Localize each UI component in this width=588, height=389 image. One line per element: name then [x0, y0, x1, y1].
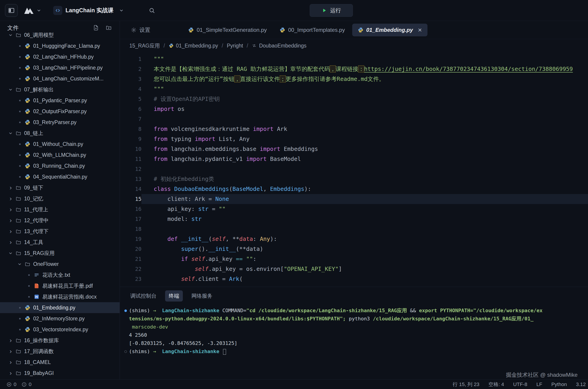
tab-01_SimpleTextGeneration.py[interactable]: 01_SimpleTextGeneration.py	[183, 24, 272, 36]
panel-tab-调试控制台[interactable]: 调试控制台	[127, 291, 160, 301]
tree-file-03_Running_Chain.py[interactable]: 03_Running_Chain.py	[0, 161, 120, 171]
terminal-text[interactable]: [-0.8203125, -0.84765625, -3.203125]	[129, 339, 588, 347]
code-line[interactable]: 6import os	[120, 104, 588, 114]
code-line[interactable]: 1"""	[120, 54, 588, 64]
code-line[interactable]: 14class DoubaoEmbeddings(BaseModel, Embe…	[120, 184, 588, 194]
terminal-text[interactable]: marscode-dev	[129, 323, 588, 331]
tree-folder-16_操作数据库[interactable]: ›16_操作数据库	[0, 335, 120, 346]
tree-folder-11_代理上[interactable]: ›11_代理上	[0, 204, 120, 215]
tree-file-花语大全.txt[interactable]: 花语大全.txt	[0, 269, 120, 280]
breadcrumb-item[interactable]: Pyright	[227, 43, 243, 49]
close-icon[interactable]: ×	[418, 27, 422, 33]
code-line[interactable]: 16 api_key: str = ""	[120, 204, 588, 214]
tree-file-02_OutputFixParser.py[interactable]: 02_OutputFixParser.py	[0, 106, 120, 117]
chevron-icon: ›	[7, 217, 15, 224]
tree-file-04_SequentialChain.py[interactable]: 04_SequentialChain.py	[0, 171, 120, 182]
code-line-content: from langchain.pydantic_v1 import BaseMo…	[141, 154, 588, 164]
tab-01_Embedding.py[interactable]: 01_Embedding.py×	[352, 24, 427, 36]
line-number: 14	[120, 184, 141, 194]
code-line[interactable]: 8from volcenginesdkarkruntime import Ark	[120, 124, 588, 134]
tree-file-01_Embedding.py[interactable]: 01_Embedding.py	[0, 302, 120, 313]
tree-folder-15_RAG应用[interactable]: ›15_RAG应用	[0, 248, 120, 259]
terminal-text[interactable]: 4 2560	[129, 331, 588, 339]
statusbar-segment[interactable]: Python	[552, 382, 567, 388]
tree-folder-08_链上[interactable]: ›08_链上	[0, 128, 120, 139]
code-line[interactable]: 9from typing import List, Any	[120, 134, 588, 144]
tree-file-易速鲜花运营指南.docx[interactable]: 易速鲜花运营指南.docx	[0, 291, 120, 302]
tree-file-03_VectorstoreIndex.py[interactable]: 03_VectorstoreIndex.py	[0, 324, 120, 335]
statusbar-warning-circle[interactable]: 0	[21, 382, 31, 388]
chevron-icon: ›	[7, 358, 15, 366]
statusbar-segment[interactable]: UTF-8	[513, 382, 527, 388]
statusbar-segment[interactable]: 3.12	[576, 382, 586, 388]
code-line[interactable]: 19 def __init__(self, **data: Any):	[120, 234, 588, 244]
statusbar-segment[interactable]: LF	[536, 382, 542, 388]
tree-folder-13_代理下[interactable]: ›13_代理下	[0, 226, 120, 237]
code-editor[interactable]: 1"""2本文件是【检索增强生成：通过 RAG 助力鲜花运营】章节的配套代码，课…	[120, 52, 588, 287]
tree-file-01_Without_Chain.py[interactable]: 01_Without_Chain.py	[0, 139, 120, 150]
terminal-text[interactable]: (shims) → LangChain-shizhanke COMMAND="c…	[129, 307, 588, 315]
tree-file-03_RetryParser.py[interactable]: 03_RetryParser.py	[0, 117, 120, 128]
tree-file-01_Pydantic_Parser.py[interactable]: 01_Pydantic_Parser.py	[0, 95, 120, 106]
tree-folder-14_工具[interactable]: ›14_工具	[0, 237, 120, 248]
tree-file-04_LangChain_CustomizeM...[interactable]: 04_LangChain_CustomizeM...	[0, 73, 120, 84]
code-line[interactable]: 20 super().__init__(**data)	[120, 244, 588, 254]
tree-file-03_LangChain_HFPipeline.py[interactable]: 03_LangChain_HFPipeline.py	[0, 62, 120, 73]
code-line[interactable]: 17 model: str	[120, 214, 588, 224]
code-line[interactable]: 10from langchain.embeddings.base import …	[120, 144, 588, 154]
search-icon[interactable]	[148, 7, 155, 14]
terminal-text[interactable]: tensions/ms-python.debugpy-2024.0.0-linu…	[129, 315, 588, 323]
code-line[interactable]: 3您可以点击最上方的“运行”按钮，直接运行该文件；更多操作指引请参考Readme…	[120, 74, 588, 84]
breadcrumb-item[interactable]: DoubaoEmbeddings	[252, 43, 306, 49]
code-line[interactable]: 21 if self.api_key == "":	[120, 254, 588, 264]
code-line[interactable]: 22 self.api_key = os.environ["OPENAI_API…	[120, 264, 588, 274]
tree-folder-12_代理中[interactable]: ›12_代理中	[0, 215, 120, 226]
code-line[interactable]: 12	[120, 164, 588, 174]
tree-file-02_InMemoryStore.py[interactable]: 02_InMemoryStore.py	[0, 313, 120, 324]
tree-item-label: 01_Pydantic_Parser.py	[33, 97, 87, 104]
tab-设置[interactable]: 设置	[125, 24, 156, 36]
code-line[interactable]: 11from langchain.pydantic_v1 import Base…	[120, 154, 588, 164]
tree-folder-19_BabyAGI[interactable]: ›19_BabyAGI	[0, 368, 120, 379]
tab-00_ImportTemplates.py[interactable]: 00_ImportTemplates.py	[274, 24, 350, 36]
chevron-down-icon[interactable]	[36, 8, 41, 13]
breadcrumb-item[interactable]: 15_RAG应用	[129, 42, 160, 49]
tree-folder-17_回调函数[interactable]: ›17_回调函数	[0, 346, 120, 357]
code-line[interactable]: 2本文件是【检索增强生成：通过 RAG 助力鲜花运营】章节的配套代码，课程链接：…	[120, 64, 588, 74]
tree-folder-18_CAMEL[interactable]: ›18_CAMEL	[0, 357, 120, 368]
code-line[interactable]: 7	[120, 114, 588, 124]
run-button[interactable]: 运行	[310, 4, 353, 17]
panel-tab-终端[interactable]: 终端	[165, 291, 183, 301]
tree-file-02_LangChain_HFHub.py[interactable]: 02_LangChain_HFHub.py	[0, 51, 120, 62]
line-number: 20	[120, 244, 141, 254]
code-line[interactable]: 4"""	[120, 84, 588, 94]
statusbar-segment[interactable]: 行 15, 列 23	[453, 381, 479, 388]
sidebar-toggle-button[interactable]	[5, 4, 18, 17]
statusbar-segment[interactable]: 空格: 4	[488, 381, 504, 388]
file-dot-icon	[16, 45, 24, 47]
code-line[interactable]: 13# 初始化Embedding类	[120, 174, 588, 184]
terminal-text[interactable]: (shims) → LangChain-shizhanke	[129, 347, 588, 356]
statusbar-error-circle[interactable]: 0	[6, 382, 16, 388]
code-line[interactable]: 15 client: Ark = None	[120, 194, 588, 204]
tree-item-label: 花语大全.txt	[42, 271, 70, 279]
tree-file-易速鲜花员工手册.pdf[interactable]: 易速鲜花员工手册.pdf	[0, 280, 120, 291]
tree-folder-06_调用模型[interactable]: ›06_调用模型	[0, 30, 120, 40]
tree-folder-OneFlower[interactable]: ›OneFlower	[0, 259, 120, 269]
panel-tab-网络服务[interactable]: 网络服务	[188, 291, 216, 301]
tree-folder-07_解析输出[interactable]: ›07_解析输出	[0, 84, 120, 95]
tree-folder-10_记忆[interactable]: ›10_记忆	[0, 193, 120, 204]
project-selector[interactable]: LangChain 实战课	[50, 4, 127, 17]
tree-file-02_With_LLMChain.py[interactable]: 02_With_LLMChain.py	[0, 150, 120, 161]
terminal-line: 4 2560	[122, 331, 588, 339]
tree-item-label: 02_OutputFixParser.py	[33, 108, 87, 115]
breadcrumb-item[interactable]: 01_Embedding.py	[169, 43, 218, 49]
terminal-line: marscode-dev	[122, 323, 588, 331]
tree-folder-09_链下[interactable]: ›09_链下	[0, 182, 120, 193]
terminal[interactable]: (shims) → LangChain-shizhanke COMMAND="c…	[120, 305, 588, 380]
code-line[interactable]: 23 self.client = Ark(	[120, 274, 588, 284]
code-line[interactable]: 18	[120, 224, 588, 234]
terminal-gutter	[122, 315, 129, 323]
code-line[interactable]: 5# 设置OpenAI的API密钥	[120, 94, 588, 104]
tree-file-01_HugggingFace_Llama.py[interactable]: 01_HugggingFace_Llama.py	[0, 40, 120, 51]
